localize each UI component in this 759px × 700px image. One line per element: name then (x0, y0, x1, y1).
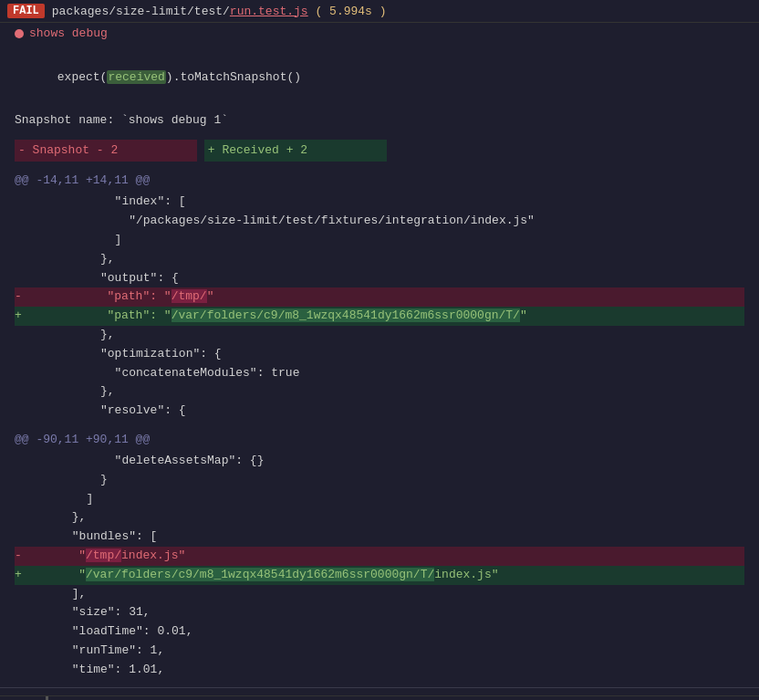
hunk-1-ctx-4: }, (15, 250, 744, 269)
hunk-2-added: + "/var/folders/c9/m8_1wzqx48541dy1662m6… (15, 566, 744, 585)
hunk-1-header: @@ -14,11 +14,11 @@ (15, 169, 744, 193)
hunk-2-removed: - "/tmp/index.js" (15, 547, 744, 566)
snapshot-name-line: Snapshot name: `shows debug 1` (15, 111, 744, 131)
hunk-2-ctx-5: "bundles": [ (15, 528, 744, 547)
hunk-1-ctx-7: "optimization": { (15, 345, 744, 364)
line-border-234 (46, 696, 48, 700)
fail-badge: FAIL (7, 4, 45, 18)
hunk-1-ctx-5: "output": { (15, 269, 744, 288)
terminal-window: FAIL packages/size-limit/test/run.test.j… (0, 0, 759, 700)
line-numbers-section: 234 235 it('shows debug', async () => { … (0, 695, 759, 700)
hunk-2-ctx-2: } (15, 471, 744, 490)
diff-labels: - Snapshot - 2 + Received + 2 (0, 136, 759, 165)
header-path: packages/size-limit/test/run.test.js ( 5… (52, 5, 387, 18)
hunk-2-ctx-1: "deleteAssetsMap": {} (15, 452, 744, 471)
hunk-2-ctx-8: "loadTime": 0.01, (15, 622, 744, 642)
hunk-1-ctx-8: "concatenateModules": true (15, 364, 744, 383)
hunk-1-ctx-2: "/packages/size-limit/test/fixtures/inte… (15, 212, 744, 231)
hunk-1-added: + "path": "/var/folders/c9/m8_1wzqx48541… (15, 307, 744, 326)
diff-removed-label: - Snapshot - 2 (15, 140, 197, 162)
diff-added-label: + Received + 2 (204, 140, 387, 162)
hunk-1-ctx-9: }, (15, 382, 744, 402)
hunk-2-ctx-10: "time": 1.01, (15, 661, 744, 680)
test-title-bar: shows debug (0, 23, 759, 44)
expect-line: expect(received).toMatchSnapshot() (15, 49, 744, 106)
hunk-1-removed: - "path": "/tmp/" (15, 287, 744, 307)
hunk-2-header: @@ -90,11 +90,11 @@ (15, 428, 744, 452)
hunk-1-ctx-1: "index": [ (15, 193, 744, 212)
line-num-234: 234 (0, 696, 46, 700)
path-prefix: packages/size-limit/test/ (52, 5, 230, 18)
status-dot (15, 29, 24, 38)
hunk-1: @@ -14,11 +14,11 @@ "index": [ "/package… (0, 165, 759, 424)
line-row-234: 234 (0, 696, 759, 700)
header-bar: FAIL packages/size-limit/test/run.test.j… (0, 0, 759, 23)
code-block: expect(received).toMatchSnapshot() (0, 44, 759, 111)
hunk-2-ctx-4: }, (15, 508, 744, 528)
received-highlight: received (107, 70, 165, 84)
file-name: run.test.js (230, 5, 308, 18)
hunk-1-ctx-6: }, (15, 326, 744, 345)
hunk-2-ctx-9: "runTime": 1, (15, 642, 744, 661)
hunk-2-ctx-7: "size": 31, (15, 603, 744, 622)
hunk-2: @@ -90,11 +90,11 @@ "deleteAssetsMap": {… (0, 424, 759, 684)
hunk-2-ctx-6: ], (15, 585, 744, 604)
hunk-1-ctx-3: ] (15, 231, 744, 250)
hunk-1-ctx-10: "resolve": { (15, 402, 744, 421)
hunk-2-ctx-3: ] (15, 490, 744, 509)
header-time: ( 5.994s ) (316, 5, 387, 18)
snapshot-name: Snapshot name: `shows debug 1` (0, 111, 759, 136)
test-title: shows debug (29, 26, 108, 40)
